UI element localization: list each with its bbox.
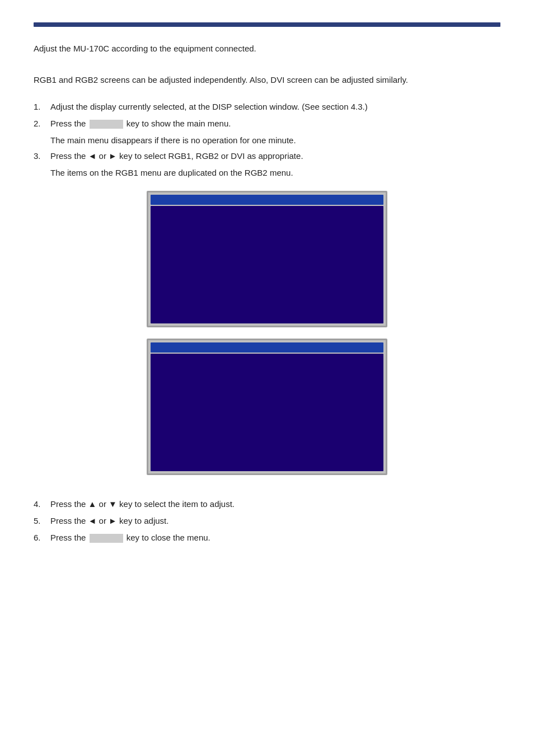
monitor-2-wrapper	[147, 339, 387, 475]
key-placeholder-2	[90, 534, 123, 543]
step-2: 2. Press the key to show the main menu.	[34, 117, 500, 130]
step-1-content: Adjust the display currently selected, a…	[50, 100, 500, 114]
or-text: or	[99, 151, 106, 161]
step-2-content: Press the key to show the main menu.	[50, 117, 500, 130]
step-2-sub: The main menu disappears if there is no …	[34, 134, 500, 147]
key-placeholder-1	[90, 120, 123, 129]
monitor-1-titlebar	[151, 195, 383, 205]
diagrams-container	[34, 191, 500, 475]
step-5-content: Press the ◄ or ► key to adjust.	[50, 514, 500, 528]
monitor-2-titlebar	[151, 342, 383, 353]
step-1-number: 1.	[34, 100, 50, 114]
step-2-number: 2.	[34, 117, 50, 130]
step-3: 3. Press the ◄ or ► key to select RGB1, …	[34, 149, 500, 163]
step-6-number: 6.	[34, 531, 50, 544]
step-3-content: Press the ◄ or ► key to select RGB1, RGB…	[50, 149, 500, 163]
monitor-1-screen	[151, 206, 383, 323]
step-4-number: 4.	[34, 497, 50, 511]
monitor-1-outer	[147, 191, 387, 327]
steps-list-bottom: 4. Press the ▲ or ▼ key to select the it…	[34, 497, 500, 544]
page-container: Adjust the MU-170C according to the equi…	[0, 0, 534, 756]
step-4: 4. Press the ▲ or ▼ key to select the it…	[34, 497, 500, 511]
monitor-2-screen	[151, 354, 383, 471]
section-description: RGB1 and RGB2 screens can be adjusted in…	[34, 73, 500, 87]
step-4-content: Press the ▲ or ▼ key to select the item …	[50, 497, 500, 511]
top-bar	[34, 22, 500, 27]
step-6: 6. Press the key to close the menu.	[34, 531, 500, 544]
monitor-2-outer	[147, 339, 387, 475]
step-1: 1. Adjust the display currently selected…	[34, 100, 500, 114]
step-5-number: 5.	[34, 514, 50, 528]
intro-text: Adjust the MU-170C according to the equi…	[34, 43, 500, 55]
step-3-number: 3.	[34, 149, 50, 163]
step-3-sub: The items on the RGB1 menu are duplicate…	[34, 166, 500, 180]
step-5: 5. Press the ◄ or ► key to adjust.	[34, 514, 500, 528]
steps-list: 1. Adjust the display currently selected…	[34, 100, 500, 180]
monitor-1-wrapper	[147, 191, 387, 327]
step-6-content: Press the key to close the menu.	[50, 531, 500, 544]
